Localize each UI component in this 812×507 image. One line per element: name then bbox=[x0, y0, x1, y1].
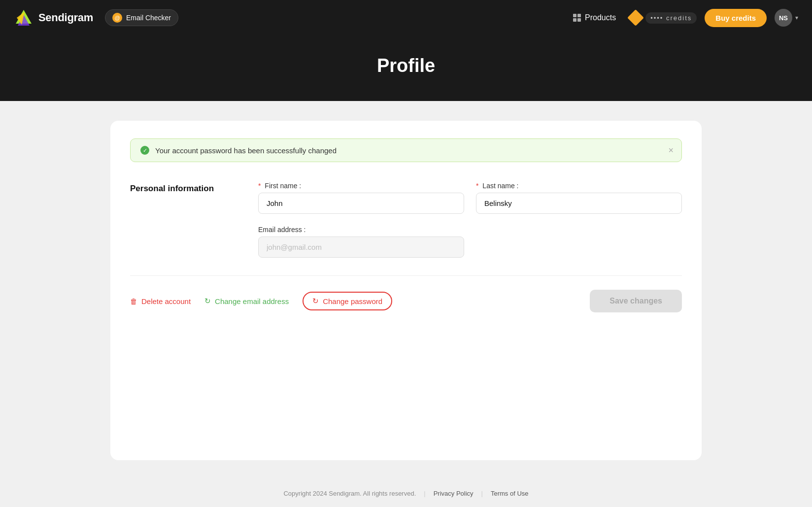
navbar: Sendigram @ Email Checker Products •••• … bbox=[0, 0, 812, 35]
email-group: Email address : bbox=[258, 226, 464, 258]
change-password-icon: ↻ bbox=[312, 297, 319, 305]
personal-info-section: Personal information * First name : * La… bbox=[130, 182, 682, 275]
footer-separator-1: | bbox=[424, 490, 425, 497]
logo-icon bbox=[14, 8, 34, 28]
close-banner-button[interactable]: × bbox=[668, 146, 674, 155]
change-password-button[interactable]: ↻ Change password bbox=[303, 292, 392, 310]
hero-section: Profile bbox=[0, 35, 812, 101]
success-message: Your account password has been successfu… bbox=[155, 146, 337, 155]
credits-diamond-icon bbox=[627, 9, 644, 26]
email-checker-icon: @ bbox=[112, 13, 122, 23]
last-name-input[interactable] bbox=[476, 193, 682, 214]
change-password-label: Change password bbox=[323, 297, 382, 305]
products-button[interactable]: Products bbox=[567, 9, 622, 26]
change-email-button[interactable]: ↻ Change email address bbox=[204, 297, 289, 305]
success-banner: ✓ Your account password has been success… bbox=[130, 138, 682, 162]
main-wrap: ✓ Your account password has been success… bbox=[0, 101, 812, 480]
delete-account-button[interactable]: 🗑 Delete account bbox=[130, 297, 191, 305]
page-title: Profile bbox=[0, 55, 812, 76]
form-fields: * First name : * Last name : bbox=[258, 182, 682, 258]
products-label: Products bbox=[585, 13, 616, 22]
page-footer: Copyright 2024 Sendigram. All rights res… bbox=[0, 480, 812, 507]
success-icon: ✓ bbox=[140, 146, 149, 155]
badge-label: Email Checker bbox=[126, 14, 171, 22]
last-name-label: * Last name : bbox=[476, 182, 682, 190]
avatar: NS bbox=[775, 9, 792, 27]
email-checker-badge[interactable]: @ Email Checker bbox=[105, 9, 178, 26]
email-label: Email address : bbox=[258, 226, 464, 234]
footer-separator-2: | bbox=[481, 490, 483, 497]
grid-icon bbox=[573, 14, 581, 22]
first-name-label: * First name : bbox=[258, 182, 464, 190]
trash-icon: 🗑 bbox=[130, 297, 137, 305]
delete-account-label: Delete account bbox=[141, 297, 191, 305]
change-email-label: Change email address bbox=[215, 297, 289, 305]
logo-wrap[interactable]: Sendigram bbox=[14, 8, 93, 28]
buy-credits-button[interactable]: Buy credits bbox=[705, 9, 767, 27]
privacy-policy-link[interactable]: Privacy Policy bbox=[434, 490, 474, 497]
avatar-wrap[interactable]: NS ▾ bbox=[775, 9, 798, 27]
copyright-text: Copyright 2024 Sendigram. All rights res… bbox=[283, 490, 416, 497]
save-changes-button[interactable]: Save changes bbox=[590, 290, 682, 312]
first-name-group: * First name : bbox=[258, 182, 464, 214]
section-label: Personal information bbox=[130, 182, 229, 194]
credits-wrap: •••• credits bbox=[630, 12, 697, 24]
name-fields-row: * First name : * Last name : bbox=[258, 182, 682, 214]
brand-name: Sendigram bbox=[38, 11, 93, 24]
refresh-icon: ↻ bbox=[204, 297, 211, 305]
credits-value: •••• credits bbox=[645, 12, 697, 24]
footer-actions: 🗑 Delete account ↻ Change email address … bbox=[130, 276, 682, 312]
terms-of-use-link[interactable]: Terms of Use bbox=[491, 490, 529, 497]
email-input bbox=[258, 237, 464, 258]
chevron-down-icon: ▾ bbox=[795, 14, 798, 21]
profile-card: ✓ Your account password has been success… bbox=[110, 121, 702, 460]
first-name-input[interactable] bbox=[258, 193, 464, 214]
last-name-group: * Last name : bbox=[476, 182, 682, 214]
